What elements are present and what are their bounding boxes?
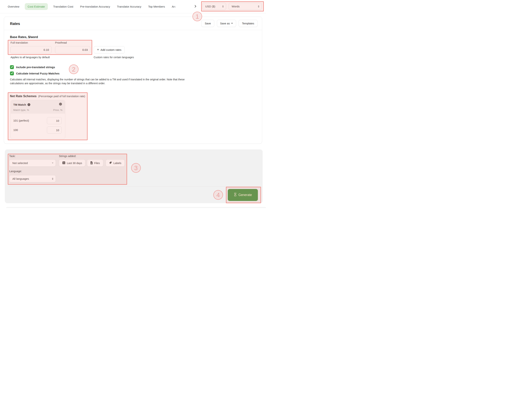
include-pretranslated-row: Include pre-translated strings: [10, 65, 55, 69]
cost-estimate-page: Overview Cost Estimate Translation Cost …: [0, 0, 266, 208]
check-icon: [11, 66, 13, 69]
tm-row-label-101: 101 (perfect): [13, 119, 29, 122]
info-icon[interactable]: i: [28, 103, 30, 106]
files-button[interactable]: Files: [87, 160, 103, 167]
default-rates-note: Applies to all languages by default: [10, 56, 50, 59]
tab-cost-estimate[interactable]: Cost Estimate: [25, 3, 48, 10]
hourglass-icon: [234, 193, 237, 197]
net-rate-schemes-heading: Net Rate Schemes (Percentage paid of ful…: [10, 95, 85, 98]
task-select-value: Not selected: [12, 161, 28, 165]
plus-icon: +: [97, 48, 99, 52]
tm-rate-input-101[interactable]: 10: [47, 117, 62, 124]
task-select[interactable]: Not selected: [9, 160, 56, 167]
full-translation-label: Full translation: [10, 41, 28, 44]
add-custom-rates-label: Add custom rates: [101, 48, 121, 51]
report-generator-panel: Task: Not selected Strings added:: [5, 150, 263, 203]
custom-rates-note: Custom rates for certain languages: [94, 56, 134, 59]
save-as-button[interactable]: Save as: [217, 20, 236, 27]
add-custom-rates-button[interactable]: + Add custom rates: [94, 46, 125, 53]
include-pretranslated-label: Include pre-translated strings: [16, 66, 55, 69]
generate-label: Generate: [238, 193, 252, 197]
base-rates-heading: Base Rates, $/word: [10, 35, 38, 39]
fuzzy-description-line2: calculations are approximate, as the str…: [10, 82, 105, 85]
tm-rate-input-100[interactable]: 10: [47, 127, 62, 133]
rates-title: Rates: [10, 22, 20, 26]
templates-button[interactable]: Templates: [239, 20, 257, 27]
chevron-down-icon: [52, 162, 53, 163]
tm-match-title: TM Match: [13, 103, 26, 106]
tab-pre-translation-accuracy[interactable]: Pre-translation Accuracy: [79, 5, 112, 8]
file-icon: [90, 161, 93, 165]
calendar-icon: [62, 161, 65, 165]
tab-archive-clipped[interactable]: Arc: [170, 5, 177, 8]
save-button[interactable]: Save: [201, 20, 214, 27]
check-icon: [11, 72, 13, 75]
price-column-header: Price, %: [53, 109, 62, 111]
internal-fuzzy-row: Calculate Internal Fuzzy Matches: [10, 72, 59, 75]
match-type-column-header: Match type, %: [13, 109, 29, 111]
proofread-label: Proofread: [55, 41, 67, 44]
chevron-down-icon: [231, 23, 233, 24]
save-as-label: Save as: [220, 22, 230, 25]
labels-button[interactable]: Labels: [106, 160, 125, 167]
last-30-days-button[interactable]: Last 30 days: [59, 160, 85, 167]
internal-fuzzy-label: Calculate Internal Fuzzy Matches: [16, 72, 59, 75]
tm-match-header: [11, 100, 65, 113]
select-sort-icon: [222, 5, 224, 8]
net-rate-schemes-note: (Percentage paid of full translation rat…: [38, 95, 85, 98]
fuzzy-description-line1: Calculates all internal matches, display…: [10, 78, 185, 81]
net-rate-schemes-title: Net Rate Schemes: [10, 95, 37, 98]
chevron-right-icon: [194, 5, 197, 9]
rates-actions: Save Save as Templates: [201, 20, 257, 27]
tag-icon: [109, 161, 112, 165]
full-translation-input[interactable]: 0.10: [10, 46, 52, 53]
currency-select[interactable]: USD ($): [202, 3, 226, 10]
next-section-strip: [6, 207, 266, 208]
unit-select[interactable]: Words: [229, 3, 262, 10]
tab-top-members[interactable]: Top Members: [147, 5, 166, 8]
select-sort-icon: [258, 5, 259, 8]
tm-row-label-100: 100: [13, 128, 18, 132]
include-pretranslated-checkbox[interactable]: [10, 65, 14, 69]
language-label: Language:: [9, 170, 22, 173]
tm-match-card: TM Match i Match type, % Price, % 10: [10, 100, 65, 139]
tab-overview[interactable]: Overview: [6, 5, 21, 8]
card-header-divider: [4, 30, 262, 30]
internal-fuzzy-checkbox[interactable]: [10, 72, 14, 75]
currency-select-value: USD ($): [205, 5, 215, 8]
rates-card: Rates Save Save as Templates Base Rates,…: [4, 17, 262, 144]
generate-button[interactable]: Generate: [228, 189, 258, 201]
report-tabs-nav: Overview Cost Estimate Translation Cost …: [0, 0, 266, 13]
gear-icon[interactable]: [59, 102, 62, 107]
unit-select-value: Words: [232, 5, 240, 8]
language-select-value: All languages: [12, 177, 29, 180]
language-select[interactable]: All languages: [9, 175, 56, 182]
labels-label: Labels: [114, 162, 121, 165]
select-sort-icon: [52, 178, 53, 180]
clipped-tab-fade: [174, 5, 177, 8]
task-label: Task:: [9, 155, 16, 158]
files-label: Files: [94, 162, 100, 165]
tab-translation-cost[interactable]: Translation Cost: [52, 5, 75, 8]
proofread-input[interactable]: 0.03: [55, 46, 90, 53]
tm-match-title-row: TM Match i: [13, 103, 30, 106]
tab-translator-accuracy[interactable]: Translator Accuracy: [115, 5, 143, 8]
last-30-days-label: Last 30 days: [67, 162, 82, 165]
strings-added-label: Strings added:: [59, 155, 76, 158]
tabs-overflow-button[interactable]: [194, 5, 197, 9]
